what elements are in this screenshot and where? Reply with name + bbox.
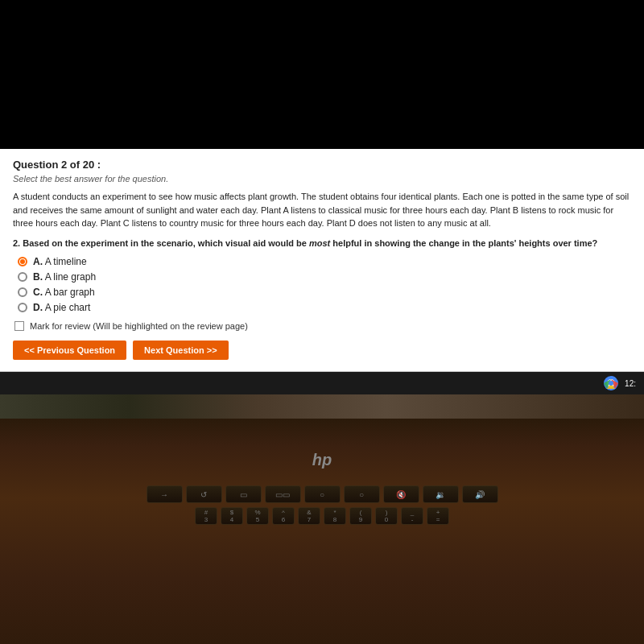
- question-header: Question 2 of 20 :: [13, 159, 631, 171]
- option-d[interactable]: D. A pie chart: [18, 302, 631, 313]
- key-multiwindow[interactable]: ▭▭: [265, 485, 301, 503]
- question-body-part1: A student conducts an experiment to see …: [13, 192, 629, 228]
- hp-logo: hp: [312, 451, 332, 469]
- taskbar: 12:: [0, 372, 644, 394]
- taskbar-time: 12:: [625, 379, 636, 388]
- mark-review-checkbox[interactable]: [14, 321, 24, 331]
- key-3[interactable]: #3: [195, 507, 217, 525]
- question-body-part2: 2. Based on the experiment in the scenar…: [13, 237, 631, 250]
- laptop-body: hp → ↺ ▭ ▭▭ ○ ○ 🔇: [0, 419, 644, 644]
- chrome-icon: [604, 376, 618, 390]
- keyboard: → ↺ ▭ ▭▭ ○ ○ 🔇 🔉 🔊: [32, 485, 612, 529]
- option-c[interactable]: C. A bar graph: [18, 287, 631, 298]
- key-tab[interactable]: →: [147, 485, 183, 503]
- top-bezel: [0, 0, 644, 149]
- prev-button[interactable]: << Previous Question: [13, 341, 126, 360]
- key-8[interactable]: *8: [324, 507, 346, 525]
- key-0[interactable]: )0: [375, 507, 398, 525]
- nav-buttons: << Previous Question Next Question >>: [13, 341, 631, 360]
- question-number: 2. Based on the experiment in the scenar…: [13, 238, 597, 248]
- option-d-label: D. A pie chart: [33, 302, 90, 313]
- question-body-text: A student conducts an experiment to see …: [13, 190, 631, 230]
- next-button[interactable]: Next Question >>: [133, 341, 228, 360]
- option-a-label: A. A timeline: [33, 256, 87, 267]
- key-vol-down[interactable]: 🔉: [423, 485, 459, 503]
- keyboard-row-2: #3 $4 %5 ^6 &7 *8 (9 )0 _- +=: [32, 507, 612, 525]
- answer-choices: A. A timeline B. A line graph C. A bar g…: [18, 256, 631, 313]
- mark-review-label: Mark for review (Will be highlighted on …: [30, 321, 248, 331]
- svg-point-2: [609, 381, 613, 386]
- key-9[interactable]: (9: [349, 507, 372, 525]
- radio-c[interactable]: [18, 287, 27, 297]
- key-5[interactable]: %5: [246, 507, 269, 525]
- key-refresh[interactable]: ↺: [186, 485, 222, 503]
- radio-d[interactable]: [18, 303, 27, 312]
- key-circle[interactable]: ○: [304, 485, 341, 503]
- keyboard-row-1: → ↺ ▭ ▭▭ ○ ○ 🔇 🔉 🔊: [32, 485, 612, 503]
- quiz-content: Question 2 of 20 : Select the best answe…: [0, 149, 644, 372]
- option-b-label: B. A line graph: [33, 271, 96, 283]
- key-4[interactable]: $4: [221, 507, 243, 525]
- screen-area: Question 2 of 20 : Select the best answe…: [0, 149, 644, 394]
- key-circle2[interactable]: ○: [344, 485, 380, 503]
- key-vol-up[interactable]: 🔊: [462, 485, 498, 503]
- desktop-wallpaper: [0, 394, 644, 419]
- key-7[interactable]: &7: [298, 507, 320, 525]
- key-minus[interactable]: _-: [401, 507, 423, 525]
- key-plus[interactable]: +=: [427, 507, 449, 525]
- radio-a[interactable]: [18, 257, 27, 266]
- mark-review-row[interactable]: Mark for review (Will be highlighted on …: [14, 321, 631, 331]
- key-6[interactable]: ^6: [272, 507, 295, 525]
- radio-b[interactable]: [18, 272, 27, 282]
- key-window[interactable]: ▭: [225, 485, 262, 503]
- option-a[interactable]: A. A timeline: [18, 256, 631, 267]
- option-b[interactable]: B. A line graph: [18, 271, 631, 283]
- key-mute[interactable]: 🔇: [383, 485, 419, 503]
- question-instruction: Select the best answer for the question.: [13, 174, 631, 184]
- option-c-label: C. A bar graph: [33, 287, 95, 298]
